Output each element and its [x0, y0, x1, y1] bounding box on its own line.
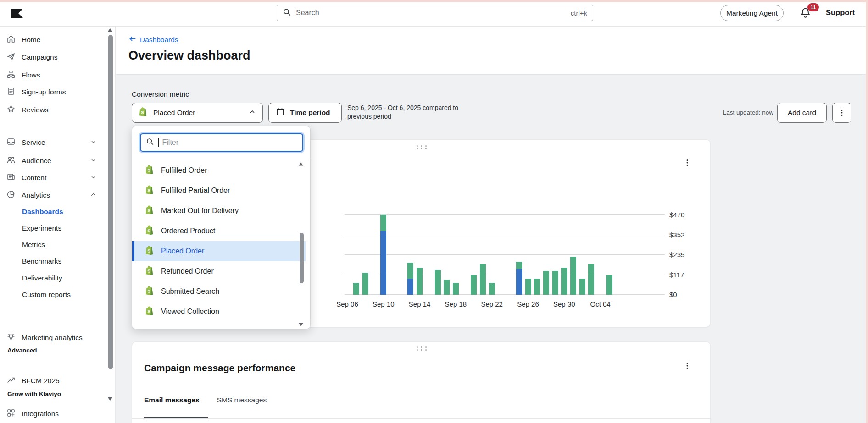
shopify-icon: S [145, 185, 154, 197]
support-link[interactable]: Support [826, 8, 855, 17]
sidebar-item-marketing-analytics[interactable]: Marketing analytics [6, 331, 109, 345]
chart-gridline [345, 294, 665, 295]
conversion-metric-combobox[interactable]: S Placed Order [132, 103, 263, 123]
sidebar-item-analytics[interactable]: Analytics [6, 188, 109, 202]
klaviyo-logo-icon[interactable] [11, 9, 23, 18]
svg-text:S: S [141, 110, 144, 115]
sidebar-item-home[interactable]: Home [6, 33, 109, 47]
marketing-analytics-icon [6, 332, 16, 343]
chart-gridline [345, 214, 665, 215]
sidebar-heading-grow: Grow with Klaviyo [7, 390, 61, 397]
chart-bar-total [579, 279, 585, 295]
metric-option-viewed-collection[interactable]: SViewed Collection [132, 302, 306, 322]
add-card-button[interactable]: Add card [777, 103, 827, 123]
tab-email-messages[interactable]: Email messages [144, 396, 200, 411]
sidebar-item-content[interactable]: Content [6, 171, 109, 185]
top-bar: ctrl+k Marketing Agent 11 Support [0, 0, 868, 27]
sidebar-item-flows[interactable]: Flows [6, 68, 109, 82]
search-input[interactable] [296, 9, 566, 17]
sidebar-item-experiments[interactable]: Experiments [22, 222, 61, 235]
dropdown-scroll-down-icon[interactable] [299, 323, 303, 326]
time-period-button[interactable]: Time period [268, 103, 342, 123]
content-icon [6, 172, 16, 183]
sidebar-item-service[interactable]: Service [6, 136, 109, 149]
sidebar-scroll-up-icon[interactable] [107, 28, 113, 32]
sidebar-item-audience[interactable]: Audience [6, 154, 109, 168]
x-axis-label: Sep 22 [481, 300, 503, 308]
metric-option-ordered-product[interactable]: SOrdered Product [132, 221, 306, 241]
metric-option-placed-order[interactable]: SPlaced Order [132, 241, 306, 261]
chart-bar-total [525, 279, 531, 295]
sidebar-item-metrics[interactable]: Metrics [22, 238, 45, 251]
sidebar-item-integrations[interactable]: Integrations [6, 407, 109, 421]
dropdown-divider [132, 322, 310, 322]
dropdown-scroll-up-icon[interactable] [299, 163, 303, 166]
campaigns-icon [6, 52, 16, 63]
sidebar-item-label: Content [22, 174, 46, 182]
sidebar-item-deliverability[interactable]: Deliverability [22, 272, 62, 285]
metric-option-label: Fulfilled Order [161, 166, 207, 175]
bar-chart-plot [345, 215, 665, 295]
card-menu-button[interactable] [682, 359, 693, 372]
metric-option-fulfilled-order[interactable]: SFulfilled Order [132, 160, 306, 181]
card-drag-handle[interactable] [415, 346, 428, 352]
sidebar-item-label: Marketing analytics [22, 334, 83, 342]
breadcrumb[interactable]: Dashboards [128, 35, 178, 44]
sidebar-item-sign-up-forms[interactable]: Sign-up forms [6, 85, 109, 99]
metric-filter-field[interactable] [140, 133, 303, 152]
x-axis-label: Sep 10 [373, 300, 395, 308]
sidebar-scroll-down-icon[interactable] [107, 397, 113, 401]
metric-filter-input[interactable] [162, 138, 298, 147]
sidebar-heading-advanced: Advanced [7, 347, 37, 354]
metric-option-refunded-order[interactable]: SRefunded Order [132, 261, 306, 281]
sidebar-item-benchmarks[interactable]: Benchmarks [22, 255, 61, 268]
y-axis-label: $352 [669, 231, 684, 239]
chart-bar-total [453, 283, 459, 295]
tab-sms-messages[interactable]: SMS messages [217, 396, 267, 411]
chevron-up-icon [249, 108, 256, 117]
chart-bar-total [561, 268, 567, 295]
last-updated-text: Last updated: now [716, 109, 773, 116]
service-icon [6, 137, 16, 148]
chart-bar-total [417, 268, 423, 295]
chart-bar-attributed [516, 269, 522, 295]
tab-row-border [132, 418, 710, 419]
chart-bar-total [534, 279, 540, 295]
card-title: Campaign message performance [144, 363, 295, 374]
shopify-icon: S [139, 107, 148, 119]
sidebar-item-label: BFCM 2025 [22, 377, 60, 385]
sidebar-item-campaigns[interactable]: Campaigns [6, 50, 109, 64]
card-drag-handle[interactable] [415, 144, 428, 150]
chart-bar-attributed [407, 279, 413, 295]
x-axis-label: Oct 04 [590, 300, 611, 308]
chart-bar-total [552, 271, 558, 295]
sidebar-item-label: Reviews [22, 106, 49, 114]
chart-bar-total [489, 283, 495, 295]
sidebar-item-label: Integrations [22, 410, 59, 418]
chart-gridline [345, 235, 665, 235]
screen-edge-top [0, 0, 868, 2]
sidebar-item-dashboards[interactable]: Dashboards [22, 205, 63, 218]
dropdown-scrollbar-thumb[interactable] [300, 233, 304, 283]
search-icon [146, 137, 154, 148]
metric-option-label: Marked Out for Delivery [161, 207, 239, 215]
svg-text:S: S [147, 309, 150, 313]
metric-option-marked-out-for-delivery[interactable]: SMarked Out for Delivery [132, 201, 306, 221]
card-menu-button[interactable] [682, 156, 693, 169]
metric-option-fulfilled-partial-order[interactable]: SFulfilled Partial Order [132, 181, 306, 201]
x-axis-label: Sep 18 [445, 300, 467, 308]
dashboard-menu-button[interactable] [832, 103, 851, 123]
marketing-agent-button[interactable]: Marketing Agent [720, 5, 784, 21]
search-icon [283, 8, 291, 18]
time-period-label: Time period [290, 109, 330, 117]
metric-option-label: Placed Order [161, 247, 204, 255]
date-range-text: Sep 6, 2025 - Oct 6, 2025 compared to pr… [347, 104, 485, 121]
sidebar-item-custom-reports[interactable]: Custom reports [22, 288, 71, 301]
sidebar-item-bfcm-2025[interactable]: BFCM 2025 [6, 374, 109, 388]
global-search[interactable]: ctrl+k [277, 5, 593, 21]
metric-option-label: Fulfilled Partial Order [161, 187, 230, 195]
svg-text:S: S [147, 188, 150, 192]
metric-option-submitted-search[interactable]: SSubmitted Search [132, 281, 306, 302]
sidebar-item-reviews[interactable]: Reviews [6, 103, 109, 117]
metric-option-label: Viewed Collection [161, 308, 219, 316]
